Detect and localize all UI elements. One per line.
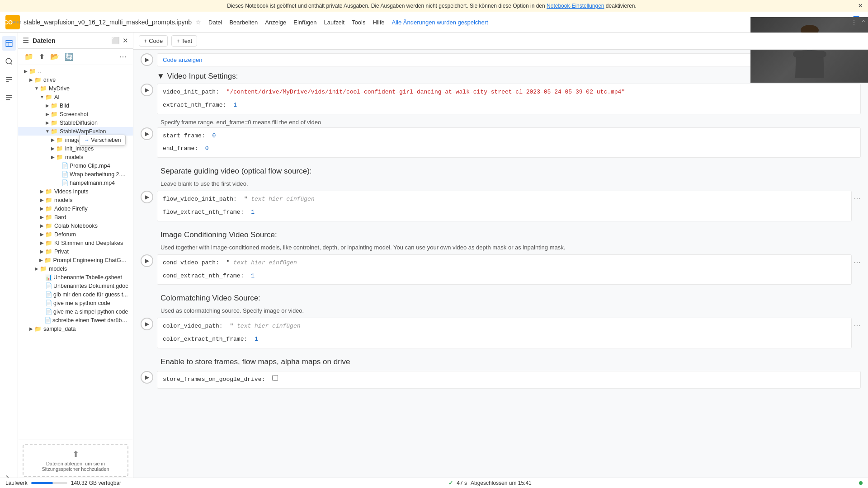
tree-item-prompt-engineering[interactable]: ▶ 📁 Prompt Engineering ChatGPT,... <box>18 256 133 264</box>
run-button-flow[interactable]: ▶ <box>141 191 153 203</box>
upload-icon: ⬆ <box>27 449 124 459</box>
sidebar-close-icon[interactable]: ✕ <box>123 37 128 45</box>
tree-item-bard[interactable]: ▶ 📁 Bard <box>18 213 133 221</box>
add-code-button[interactable]: + Code <box>139 35 168 47</box>
menu-tools[interactable]: Tools <box>352 19 365 26</box>
menu-einfügen[interactable]: Einfügen <box>293 19 316 26</box>
cell-color-video: ▶ color_video_path: " text hier einfügen… <box>133 318 868 348</box>
add-text-button[interactable]: + Text <box>171 35 197 47</box>
code-block-flow: flow_video_init_path: " text hier einfüg… <box>157 191 852 221</box>
menu-laufzeit[interactable]: Laufzeit <box>324 19 345 26</box>
header: CO PRO stable_warpfusion_v0_16_12_multi_… <box>0 12 868 33</box>
tree-item-videosinputs[interactable]: ▶ 📁 Videos Inputs <box>18 187 133 196</box>
menu-bar: Datei Bearbeiten Anzeige Einfügen Laufze… <box>208 19 384 26</box>
tree-item-dotdot[interactable]: ▶ 📁 .. <box>18 67 133 75</box>
video-collapse-button[interactable]: ⌃ <box>861 19 866 26</box>
run-button-video-path[interactable]: ▶ <box>141 84 153 96</box>
tree-item-init-images[interactable]: ▶ 📁 init_images <box>18 144 133 153</box>
cell-frame-range: ▶ start_frame: 0 end_frame: 0 <box>133 127 868 158</box>
sidebar-filter-icon[interactable]: ⋯ <box>118 52 128 62</box>
close-notification-button[interactable]: ✕ <box>858 3 863 9</box>
tree-item-ai[interactable]: ▼ 📁 AI <box>18 93 133 101</box>
color-path-label: color_video_path: <box>163 323 223 329</box>
tree-item-gib-mir-code[interactable]: ▶ 📄 gib mir den code für guess t... <box>18 290 133 299</box>
tree-item-give-simpel[interactable]: ▶ 📄 give me a simpel python code <box>18 307 133 316</box>
tree-item-give-python[interactable]: ▶ 📄 give me a python code <box>18 299 133 307</box>
extract-nth-label: extract_nth_frame: <box>163 102 226 108</box>
svg-point-0 <box>6 58 11 64</box>
start-frame-row: start_frame: 0 <box>163 131 855 141</box>
tree-item-colab-notebooks[interactable]: ▶ 📁 Colab Notebooks <box>18 221 133 230</box>
store-frames-label: store_frames_on_google_drive: <box>163 376 265 383</box>
tree-item-stablewarpfusion[interactable]: ▼ 📁 StableWarpFusion <box>18 127 133 136</box>
status-laufwerk: Laufwerk <box>5 480 28 486</box>
flow-extract-row: flow_extract_nth_frame: 1 <box>163 208 846 217</box>
menu-datei[interactable]: Datei <box>208 19 222 26</box>
tree-item-bild[interactable]: ▶ 📁 Bild <box>18 101 133 110</box>
guiding-video-heading: Separate guiding video (optical flow sou… <box>160 162 861 178</box>
image-conditioning-desc: Used together with image-conditioned mod… <box>160 242 861 253</box>
run-button-color[interactable]: ▶ <box>141 318 153 330</box>
flow-extract-value: 1 <box>251 209 255 216</box>
notebook-settings-link[interactable]: Notebook-Einstellungen <box>547 3 604 9</box>
run-button-frames[interactable]: ▶ <box>141 127 153 140</box>
tree-item-hampelmann[interactable]: ▶ 📄 hampelmann.mp4 <box>18 178 133 187</box>
menu-bearbeiten[interactable]: Bearbeiten <box>229 19 258 26</box>
video-feed: ⌃ ⋮ <box>750 17 868 83</box>
sidebar-new-folder-icon[interactable]: 📁 <box>23 52 35 62</box>
hamburger-icon[interactable]: ☰ <box>23 36 29 45</box>
image-conditioning-section: Image Conditioning Video Source: Used to… <box>133 222 868 254</box>
tree-item-images[interactable]: ▶ 📁 images <box>18 136 133 144</box>
cell-store-frames: ▶ store_frames_on_google_drive: <box>133 371 868 389</box>
expand-icon-color[interactable]: ⋯ <box>854 321 861 330</box>
run-button-store[interactable]: ▶ <box>141 371 153 384</box>
run-button-cond[interactable]: ▶ <box>141 254 153 267</box>
tree-item-stablediffusion[interactable]: ▶ 📁 StableDiffusion <box>18 118 133 127</box>
rail-toc-icon[interactable] <box>2 90 16 105</box>
code-cell-color-content: color_video_path: " text hier einfügen c… <box>157 318 851 348</box>
image-conditioning-heading: Image Conditioning Video Source: <box>160 226 861 242</box>
video-init-value: "/content/drive/MyDrive/vids/init/cool-c… <box>226 89 625 95</box>
tree-item-models2[interactable]: ▶ 📁 models <box>18 264 133 273</box>
section-arrow[interactable]: ▼ <box>157 72 165 81</box>
tree-item-unbenannte-tabelle[interactable]: ▶ 📊 Unbenannte Tabelle.gsheet <box>18 273 133 282</box>
expand-icon-cond[interactable]: ⋯ <box>854 258 861 267</box>
file-tree: ▶ 📁 .. ▶ 📁 drive ▼ 📁 MyDrive ▼ <box>18 65 133 440</box>
tree-item-schreibe-tweet[interactable]: ▶ 📄 schreibe einen Tweet darüber ... <box>18 316 133 324</box>
flow-extract-label: flow_extract_nth_frame: <box>163 209 244 216</box>
star-icon[interactable]: ☆ <box>195 19 201 26</box>
sidebar-expand-icon[interactable]: ⬜ <box>111 37 120 45</box>
notebook-name[interactable]: stable_warpfusion_v0_16_12_multi_masked_… <box>24 19 192 26</box>
tree-item-drive[interactable]: ▶ 📁 drive <box>18 75 133 84</box>
run-button-1[interactable]: ▶ <box>141 53 153 66</box>
code-cell-content-video-path: video_init_path: "/content/drive/MyDrive… <box>157 84 860 114</box>
store-frames-checkbox[interactable] <box>272 375 278 381</box>
sidebar-refresh-icon[interactable]: 🔄 <box>63 52 75 62</box>
tree-item-sample-data[interactable]: ▶ 📁 sample_data <box>18 324 133 333</box>
tree-item-privat[interactable]: ▶ 📁 Privat <box>18 247 133 256</box>
tree-item-screenshot[interactable]: ▶ 📁 Screenshot <box>18 110 133 118</box>
expand-icon-flow[interactable]: ⋯ <box>854 194 861 203</box>
tree-item-wrap[interactable]: ▶ 📄 Wrap bearbeitung 2.... <box>18 170 133 178</box>
rail-files-icon[interactable] <box>2 36 16 51</box>
tree-item-mydrive[interactable]: ▼ 📁 MyDrive <box>18 84 133 93</box>
sidebar-open-drive-icon[interactable]: 📂 <box>48 52 61 62</box>
store-frames-row: store_frames_on_google_drive: <box>163 375 855 385</box>
tree-item-unbenanntes-dok[interactable]: ▶ 📄 Unbenanntes Dokument.gdoc <box>18 282 133 290</box>
tree-item-promo-clip[interactable]: ▶ 📄 Promo Clip.mp4 <box>18 161 133 170</box>
upload-area[interactable]: ⬆ Dateien ablegen, um sie in Sitzungsspe… <box>23 444 128 477</box>
video-init-path-row: video_init_path: "/content/drive/MyDrive… <box>163 88 855 97</box>
video-more-button[interactable]: ⋮ <box>851 19 857 26</box>
tree-item-adobe-firefly[interactable]: ▶ 📁 Adobe Firefly <box>18 204 133 213</box>
tree-item-deforum[interactable]: ▶ 📁 Deforum <box>18 230 133 239</box>
menu-anzeige[interactable]: Anzeige <box>265 19 286 26</box>
rail-search-icon[interactable] <box>2 54 16 69</box>
store-frames-heading: Enable to store frames, flow maps, alpha… <box>160 353 861 369</box>
menu-hilfe[interactable]: Hilfe <box>373 19 384 26</box>
rail-variables-icon[interactable] <box>2 72 16 87</box>
sidebar-upload-icon[interactable]: ⬆ <box>37 52 47 62</box>
tree-item-models[interactable]: ▶ 📁 models <box>18 196 133 204</box>
tree-item-ki-stimmen[interactable]: ▶ 📁 KI Stimmen und Deepfakes <box>18 239 133 247</box>
sidebar-header: ☰ Dateien ⬜ ✕ <box>18 33 133 49</box>
tree-item-models-sub[interactable]: ▶ 📁 models <box>18 153 133 161</box>
